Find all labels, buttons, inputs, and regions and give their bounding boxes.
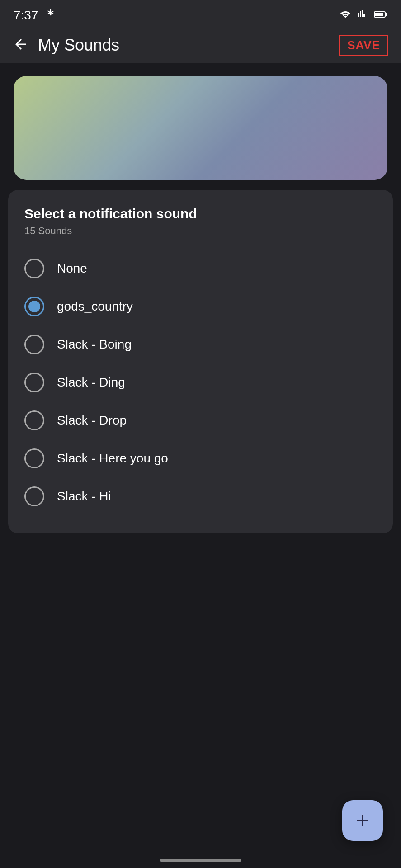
signal-icon bbox=[358, 9, 368, 22]
radio-slack-here-you-go[interactable] bbox=[24, 448, 44, 468]
sound-label-gods-country: gods_country bbox=[57, 299, 133, 314]
sound-label-slack-boing: Slack - Boing bbox=[57, 337, 132, 352]
sound-item-none[interactable]: None bbox=[24, 250, 377, 288]
svg-point-0 bbox=[49, 13, 51, 15]
page-title: My Sounds bbox=[38, 36, 119, 55]
svg-rect-2 bbox=[385, 13, 387, 16]
radio-slack-hi[interactable] bbox=[24, 486, 44, 506]
radio-slack-boing[interactable] bbox=[24, 335, 44, 354]
app-bar: My Sounds SAVE bbox=[0, 27, 401, 63]
add-sound-fab[interactable]: + bbox=[342, 800, 383, 841]
sound-label-slack-ding: Slack - Ding bbox=[57, 375, 125, 390]
sound-item-slack-boing[interactable]: Slack - Boing bbox=[24, 326, 377, 363]
gradient-banner bbox=[14, 76, 387, 180]
fan-icon bbox=[45, 8, 57, 23]
radio-gods-country[interactable] bbox=[24, 297, 44, 316]
radio-slack-ding[interactable] bbox=[24, 373, 44, 392]
sound-item-gods-country[interactable]: gods_country bbox=[24, 288, 377, 326]
radio-slack-drop[interactable] bbox=[24, 410, 44, 430]
battery-icon bbox=[374, 9, 387, 21]
sound-item-slack-drop[interactable]: Slack - Drop bbox=[24, 401, 377, 439]
status-right bbox=[339, 9, 387, 22]
sound-item-slack-hi[interactable]: Slack - Hi bbox=[24, 477, 377, 515]
sound-item-slack-ding[interactable]: Slack - Ding bbox=[24, 363, 377, 401]
svg-rect-3 bbox=[375, 13, 383, 16]
home-indicator bbox=[160, 859, 241, 862]
radio-inner-gods-country bbox=[28, 301, 40, 312]
status-time: 7:37 bbox=[14, 8, 38, 23]
sound-item-slack-here-you-go[interactable]: Slack - Here you go bbox=[24, 439, 377, 477]
wifi-icon bbox=[339, 9, 352, 22]
app-bar-left: My Sounds bbox=[13, 36, 119, 55]
back-button[interactable] bbox=[13, 36, 29, 55]
section-title: Select a notification sound bbox=[24, 206, 377, 222]
save-button[interactable]: SAVE bbox=[339, 35, 388, 56]
status-bar: 7:37 bbox=[0, 0, 401, 27]
sound-label-slack-here-you-go: Slack - Here you go bbox=[57, 451, 168, 466]
radio-none[interactable] bbox=[24, 259, 44, 278]
sound-label-slack-drop: Slack - Drop bbox=[57, 413, 127, 428]
status-left: 7:37 bbox=[14, 8, 57, 23]
plus-icon: + bbox=[356, 809, 369, 832]
sound-label-slack-hi: Slack - Hi bbox=[57, 489, 111, 504]
section-subtitle: 15 Sounds bbox=[24, 225, 377, 237]
sound-list-card: Select a notification sound 15 Sounds No… bbox=[8, 190, 393, 533]
sound-label-none: None bbox=[57, 261, 87, 276]
